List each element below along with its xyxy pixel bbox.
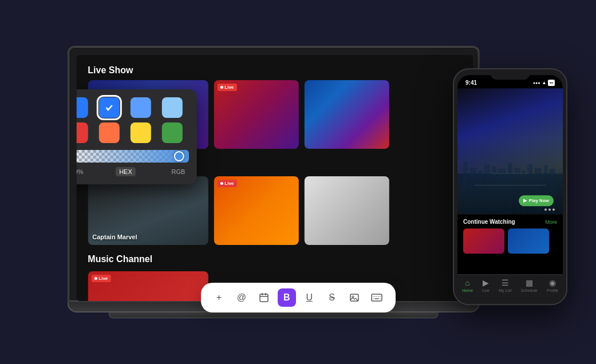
nav-mylist[interactable]: ☰ My List: [499, 278, 511, 292]
opacity-value: 100%: [76, 168, 83, 175]
toolbar-strikethrough-button[interactable]: S: [323, 288, 341, 307]
continue-watching-more[interactable]: More: [545, 219, 557, 225]
toolbar-plus-button[interactable]: +: [210, 288, 228, 307]
nav-home[interactable]: ⌂ Home: [462, 278, 473, 292]
phone-status-icons: ●●● ▲ ▪▪: [533, 80, 555, 86]
floating-toolbar: + @ B U S: [201, 283, 396, 312]
nav-profile[interactable]: ◉ Profile: [547, 278, 558, 292]
laptop-screen: Live Show Entertainment Channel Live: [76, 55, 472, 301]
phone-video-area[interactable]: ▶ Play Now: [457, 88, 563, 214]
svg-rect-17: [260, 294, 268, 302]
video-dots: [544, 208, 555, 211]
action1-live-badge: Live: [217, 180, 236, 187]
continue-watching-section: Continue Watching More: [457, 214, 563, 256]
home-nav-icon: ⌂: [465, 278, 469, 287]
laptop-foot: [108, 312, 438, 318]
wifi-icon: ▲: [542, 80, 546, 85]
nav-live[interactable]: ▶ Live: [482, 278, 490, 292]
svg-point-22: [352, 296, 354, 298]
color-swatches-grid: [76, 97, 188, 143]
opacity-slider-thumb[interactable]: [173, 151, 184, 161]
cw-thumb-2[interactable]: [508, 228, 549, 254]
continue-watching-title: Continue Watching: [463, 219, 515, 225]
live-nav-icon: ▶: [483, 278, 489, 287]
mylist-nav-label: My List: [499, 288, 511, 292]
continue-watching-thumbnails: [463, 228, 557, 254]
music1-card[interactable]: Live: [88, 271, 208, 301]
play-now-button[interactable]: ▶ Play Now: [519, 195, 554, 206]
toolbar-image-button[interactable]: [345, 288, 364, 307]
phone-time: 9:41: [465, 80, 477, 86]
schedule-nav-label: Schedule: [521, 288, 538, 292]
mylist-nav-icon: ☰: [502, 278, 509, 287]
laptop: Live Show Entertainment Channel Live: [67, 46, 479, 318]
captain-marvel-card[interactable]: Captain Marvel: [88, 176, 208, 245]
phone-notch: [490, 69, 530, 80]
antman-live-badge: Live: [217, 84, 236, 91]
action-channel-cards: Captain Marvel Live: [88, 176, 461, 245]
live-show-header: Live Show: [88, 65, 461, 76]
swatch-lightblue[interactable]: [161, 97, 182, 118]
toolbar-underline-button[interactable]: U: [300, 288, 318, 307]
swatch-blue1[interactable]: [76, 97, 88, 118]
battery-icon: ▪▪: [548, 80, 555, 86]
color-picker-popup[interactable]: 100% HEX RGB: [76, 89, 196, 184]
svg-rect-23: [372, 294, 382, 301]
phone-screen: 9:41 ●●● ▲ ▪▪: [457, 75, 563, 298]
laptop-screen-outer: Live Show Entertainment Channel Live: [67, 46, 479, 302]
swatch-yellow[interactable]: [130, 122, 151, 143]
swatch-blue3[interactable]: [130, 97, 151, 118]
action1-card[interactable]: Live: [214, 176, 298, 245]
music-channel-header: Music Channel: [88, 254, 461, 264]
schedule-nav-icon: ▦: [526, 278, 533, 287]
music1-live-badge: Live: [91, 275, 110, 282]
continue-watching-header: Continue Watching More: [463, 219, 557, 225]
music-channel-title: Music Channel: [88, 254, 152, 264]
action2-card[interactable]: [304, 176, 389, 245]
toolbar-keyboard-button[interactable]: [368, 288, 386, 307]
signal-icon: ●●●: [533, 81, 540, 85]
swatch-orange[interactable]: [98, 122, 119, 143]
marvel-group-card[interactable]: [304, 80, 389, 149]
phone-shell: 9:41 ●●● ▲ ▪▪: [453, 68, 567, 305]
live-nav-label: Live: [482, 288, 490, 292]
phone: 9:41 ●●● ▲ ▪▪: [453, 68, 567, 305]
color-mode-row: 100% HEX RGB: [76, 167, 188, 176]
antman-card[interactable]: Live: [214, 80, 298, 149]
toolbar-at-button[interactable]: @: [232, 288, 251, 307]
profile-nav-label: Profile: [547, 288, 558, 292]
nav-schedule[interactable]: ▦ Schedule: [521, 278, 538, 292]
toolbar-calendar-button[interactable]: [255, 288, 273, 307]
rgb-mode-btn[interactable]: RGB: [168, 167, 188, 176]
swatch-blue2-selected[interactable]: [98, 97, 119, 118]
home-nav-label: Home: [462, 288, 473, 292]
swatch-red[interactable]: [76, 122, 88, 143]
live-show-title: Live Show: [88, 65, 133, 76]
phone-bottom-nav: ⌂ Home ▶ Live ☰ My List ▦ Schedule ◉ P: [457, 274, 563, 298]
captain-marvel-title: Captain Marvel: [92, 234, 137, 240]
profile-nav-icon: ◉: [549, 278, 556, 287]
opacity-gradient-bar[interactable]: [76, 150, 188, 163]
cw-thumb-1[interactable]: [463, 228, 504, 254]
hex-mode-btn[interactable]: HEX: [116, 167, 136, 176]
swatch-green[interactable]: [161, 122, 182, 143]
toolbar-bold-button[interactable]: B: [278, 288, 296, 307]
